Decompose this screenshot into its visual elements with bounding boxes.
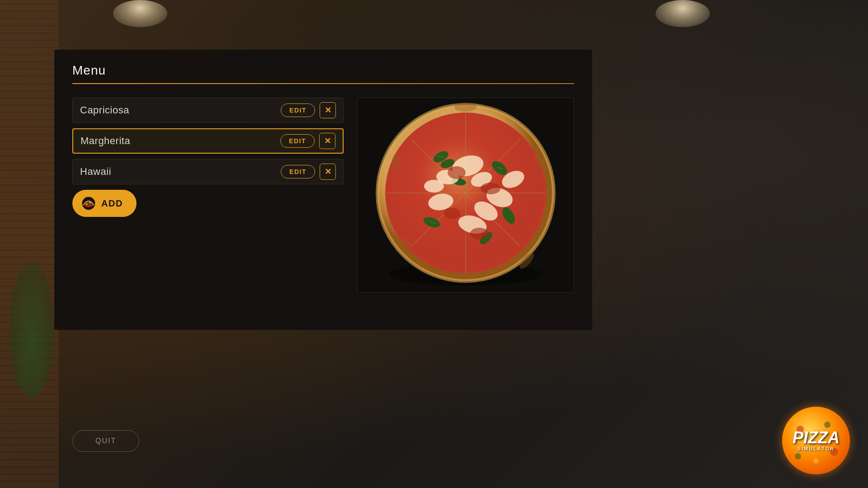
pizza-preview-panel <box>357 98 574 293</box>
add-button-label: ADD <box>101 198 123 209</box>
quit-button[interactable]: QUIT <box>72 430 139 452</box>
svg-point-34 <box>481 183 500 194</box>
menu-panel: Menu Capriciosa EDIT ✕ Margherita EDIT ✕ <box>54 50 592 330</box>
x-icon: ✕ <box>325 105 331 115</box>
pizza-simulator-logo: PIZZA SIMULATOR <box>782 407 854 479</box>
svg-point-47 <box>813 458 819 464</box>
decorative-plant <box>9 262 54 398</box>
hawaii-delete-button[interactable]: ✕ <box>320 164 336 180</box>
capriciosa-edit-button[interactable]: EDIT <box>281 103 315 117</box>
menu-list-section: Capriciosa EDIT ✕ Margherita EDIT ✕ Hawa… <box>72 98 344 293</box>
logo-simulator-text: SIMULATOR <box>793 446 840 451</box>
ceiling-light-right <box>656 0 710 27</box>
menu-item-row[interactable]: Capriciosa EDIT ✕ <box>72 98 344 123</box>
capriciosa-delete-button[interactable]: ✕ <box>320 102 336 118</box>
hawaii-edit-button[interactable]: EDIT <box>281 165 315 178</box>
menu-item-name: Margherita <box>80 135 276 147</box>
svg-point-44 <box>824 422 830 428</box>
svg-point-38 <box>454 103 477 112</box>
pizza-image <box>368 98 563 292</box>
svg-point-3 <box>88 206 90 207</box>
svg-point-1 <box>86 203 88 205</box>
logo-text: PIZZA SIMULATOR <box>793 430 840 451</box>
ceiling-light-left <box>113 0 167 27</box>
x-icon: ✕ <box>325 167 331 177</box>
svg-point-36 <box>470 228 488 239</box>
panel-divider <box>72 83 574 84</box>
svg-point-33 <box>448 166 466 179</box>
panel-title: Menu <box>72 63 574 78</box>
menu-item-row-selected[interactable]: Margherita EDIT ✕ <box>72 128 344 154</box>
svg-point-4 <box>91 205 92 206</box>
menu-item-row[interactable]: Hawaii EDIT ✕ <box>72 159 344 184</box>
svg-point-35 <box>444 208 460 219</box>
svg-point-2 <box>89 202 91 203</box>
logo-pizza-text: PIZZA <box>793 430 840 446</box>
margherita-delete-button[interactable]: ✕ <box>319 133 335 149</box>
panel-content: Capriciosa EDIT ✕ Margherita EDIT ✕ Hawa… <box>72 98 574 293</box>
margherita-edit-button[interactable]: EDIT <box>280 134 315 148</box>
add-pizza-button[interactable]: ADD <box>72 190 137 217</box>
logo-circle: PIZZA SIMULATOR <box>782 407 850 474</box>
pizza-icon <box>81 196 96 211</box>
svg-point-31 <box>424 180 444 192</box>
x-icon: ✕ <box>324 136 331 146</box>
bg-brick-wall <box>0 0 59 488</box>
svg-point-46 <box>795 453 801 460</box>
menu-item-name: Hawaii <box>80 166 276 178</box>
menu-item-name: Capriciosa <box>80 104 276 116</box>
